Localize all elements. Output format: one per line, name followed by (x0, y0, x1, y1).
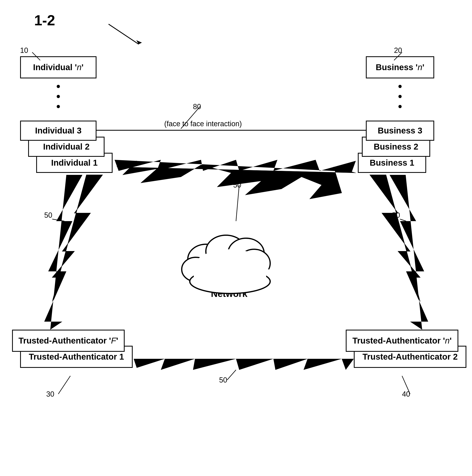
ref-50-right: 50 (392, 211, 400, 220)
diagram: 1-2 10 20 50 50 50 50 80 30 40 Individua… (0, 0, 472, 476)
face-to-face-label: (face to face interaction) (133, 119, 273, 128)
svg-point-21 (188, 244, 224, 274)
box-ta-f: Trusted-Authenticator 'F' (12, 330, 125, 352)
svg-point-5 (57, 85, 60, 88)
ref-30: 30 (46, 390, 54, 398)
svg-marker-14 (117, 161, 356, 199)
box-individual-1-label: Individual 1 (51, 158, 98, 168)
svg-marker-13 (370, 175, 420, 302)
box-ta-1-label: Trusted-Authenticator 1 (29, 352, 124, 362)
svg-line-37 (58, 376, 70, 394)
box-individual-n-label: Individual 'n' (33, 63, 84, 72)
svg-point-24 (238, 249, 270, 277)
svg-point-10 (398, 105, 402, 108)
svg-marker-18 (134, 359, 354, 370)
box-business-2-label: Business 2 (374, 142, 418, 152)
svg-point-6 (57, 95, 60, 98)
box-business-n: Business 'n' (366, 56, 434, 78)
svg-line-35 (236, 185, 239, 221)
ref-10: 10 (20, 46, 28, 55)
svg-marker-15 (44, 175, 83, 330)
ref-80: 80 (193, 102, 201, 111)
svg-point-7 (57, 105, 60, 108)
svg-point-19 (212, 243, 260, 279)
svg-line-36 (227, 370, 236, 380)
box-individual-2-label: Individual 2 (43, 142, 89, 152)
svg-line-3 (109, 24, 139, 44)
box-ta-n-label: Trusted-Authenticator 'n' (352, 336, 452, 345)
svg-point-23 (228, 238, 264, 268)
svg-point-9 (398, 95, 402, 98)
box-business-3-label: Business 3 (378, 126, 422, 136)
ref-50-left: 50 (44, 211, 52, 220)
box-business-n-label: Business 'n' (376, 63, 424, 72)
svg-marker-12 (52, 175, 102, 302)
ref-20: 20 (394, 46, 402, 55)
comm-network-label: CommunicationNetwork (189, 277, 269, 299)
svg-line-33 (52, 219, 64, 221)
svg-marker-4 (136, 40, 142, 44)
svg-point-22 (206, 235, 246, 267)
svg-line-34 (400, 219, 406, 221)
box-ta-f-label: Trusted-Authenticator 'F' (18, 336, 118, 345)
box-ta-n: Trusted-Authenticator 'n' (346, 330, 458, 352)
ref-40: 40 (402, 390, 410, 398)
box-business-3: Business 3 (366, 121, 434, 141)
figure-label: 1-2 (34, 12, 55, 29)
box-individual-3: Individual 3 (20, 121, 97, 141)
ref-50-center: 50 (233, 181, 241, 189)
box-business-1-label: Business 1 (370, 158, 414, 168)
ref-50-bottom: 50 (219, 376, 227, 384)
svg-point-8 (398, 85, 402, 88)
box-individual-3-label: Individual 3 (35, 126, 81, 136)
svg-marker-17 (115, 160, 356, 172)
box-individual-n: Individual 'n' (20, 56, 97, 78)
svg-marker-16 (389, 175, 428, 330)
box-ta-2-label: Trusted-Authenticator 2 (362, 352, 458, 362)
